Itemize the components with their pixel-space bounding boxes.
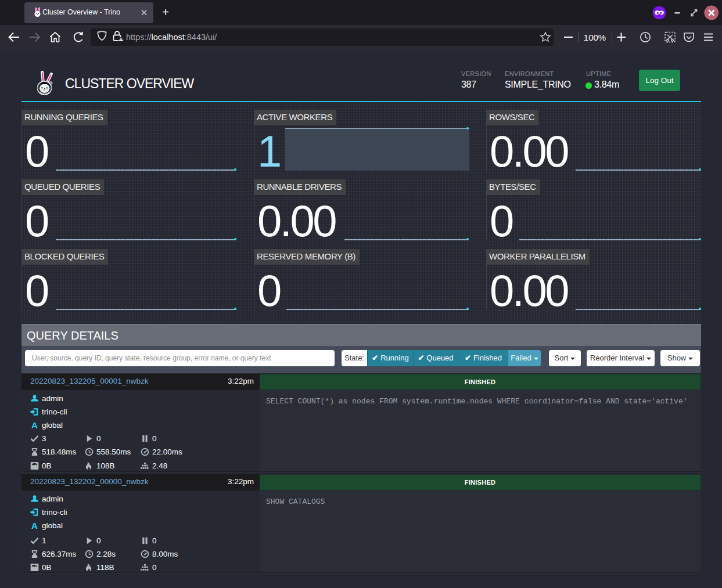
svg-text:100%: 100% <box>584 33 606 42</box>
svg-text:A: A <box>31 521 38 530</box>
svg-text:A: A <box>31 421 38 430</box>
